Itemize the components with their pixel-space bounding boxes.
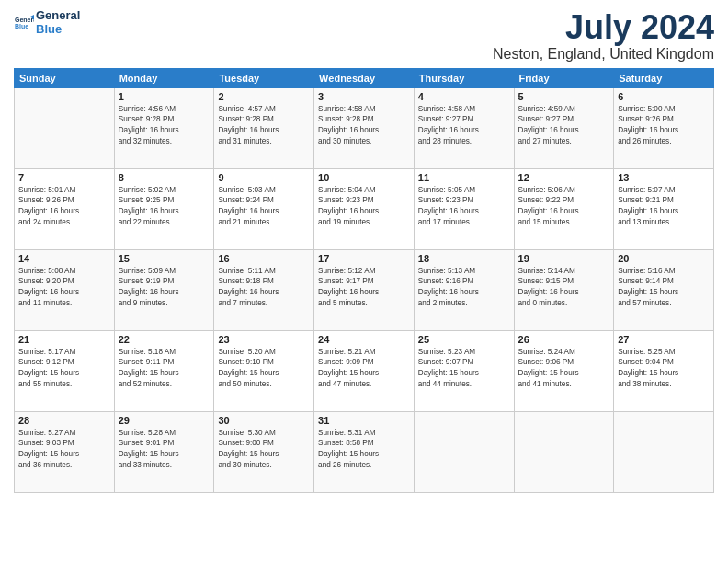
day-info: Sunrise: 5:01 AM Sunset: 9:26 PM Dayligh… [18, 185, 110, 229]
day-info: Sunrise: 5:16 AM Sunset: 9:14 PM Dayligh… [618, 266, 710, 310]
day-info: Sunrise: 5:05 AM Sunset: 9:23 PM Dayligh… [418, 185, 510, 229]
day-number: 14 [18, 253, 110, 264]
calendar-cell: 18Sunrise: 5:13 AM Sunset: 9:16 PM Dayli… [414, 249, 514, 330]
calendar-cell: 17Sunrise: 5:12 AM Sunset: 9:17 PM Dayli… [314, 249, 415, 330]
day-info: Sunrise: 5:08 AM Sunset: 9:20 PM Dayligh… [18, 266, 110, 310]
logo-text-general: General [36, 9, 80, 23]
calendar-cell: 11Sunrise: 5:05 AM Sunset: 9:23 PM Dayli… [414, 168, 514, 249]
calendar-cell: 30Sunrise: 5:30 AM Sunset: 9:00 PM Dayli… [214, 411, 314, 492]
day-number: 21 [18, 334, 110, 345]
day-number: 10 [318, 172, 410, 183]
calendar-cell: 6Sunrise: 5:00 AM Sunset: 9:26 PM Daylig… [614, 87, 714, 168]
day-info: Sunrise: 5:18 AM Sunset: 9:11 PM Dayligh… [119, 347, 210, 391]
calendar-cell: 2Sunrise: 4:57 AM Sunset: 9:28 PM Daylig… [214, 87, 314, 168]
day-info: Sunrise: 5:21 AM Sunset: 9:09 PM Dayligh… [318, 347, 410, 391]
title-block: July 2024 Neston, England, United Kingdo… [493, 9, 714, 63]
calendar-cell: 12Sunrise: 5:06 AM Sunset: 9:22 PM Dayli… [514, 168, 614, 249]
calendar-cell: 10Sunrise: 5:04 AM Sunset: 9:23 PM Dayli… [314, 168, 415, 249]
calendar-cell: 26Sunrise: 5:24 AM Sunset: 9:06 PM Dayli… [514, 330, 614, 411]
day-number: 5 [518, 91, 610, 102]
day-number: 20 [618, 253, 710, 264]
calendar-cell: 3Sunrise: 4:58 AM Sunset: 9:28 PM Daylig… [314, 87, 415, 168]
calendar-cell: 16Sunrise: 5:11 AM Sunset: 9:18 PM Dayli… [214, 249, 314, 330]
calendar-week-5: 28Sunrise: 5:27 AM Sunset: 9:03 PM Dayli… [15, 411, 714, 492]
calendar-cell: 8Sunrise: 5:02 AM Sunset: 9:25 PM Daylig… [114, 168, 214, 249]
day-number: 15 [119, 253, 210, 264]
calendar-table: SundayMondayTuesdayWednesdayThursdayFrid… [14, 68, 714, 493]
calendar-cell: 15Sunrise: 5:09 AM Sunset: 9:19 PM Dayli… [114, 249, 214, 330]
day-number: 7 [18, 172, 110, 183]
calendar-week-4: 21Sunrise: 5:17 AM Sunset: 9:12 PM Dayli… [15, 330, 714, 411]
day-info: Sunrise: 5:11 AM Sunset: 9:18 PM Dayligh… [218, 266, 310, 310]
calendar-cell: 29Sunrise: 5:28 AM Sunset: 9:01 PM Dayli… [114, 411, 214, 492]
day-info: Sunrise: 5:30 AM Sunset: 9:00 PM Dayligh… [218, 428, 310, 472]
calendar-cell: 4Sunrise: 4:58 AM Sunset: 9:27 PM Daylig… [414, 87, 514, 168]
calendar-cell [514, 411, 614, 492]
calendar-week-2: 7Sunrise: 5:01 AM Sunset: 9:26 PM Daylig… [15, 168, 714, 249]
calendar-cell: 28Sunrise: 5:27 AM Sunset: 9:03 PM Dayli… [15, 411, 115, 492]
day-number: 31 [318, 415, 410, 426]
day-info: Sunrise: 5:02 AM Sunset: 9:25 PM Dayligh… [119, 185, 210, 229]
day-number: 22 [119, 334, 210, 345]
calendar-header-row: SundayMondayTuesdayWednesdayThursdayFrid… [15, 68, 714, 87]
day-info: Sunrise: 4:56 AM Sunset: 9:28 PM Dayligh… [119, 104, 210, 148]
day-info: Sunrise: 5:28 AM Sunset: 9:01 PM Dayligh… [119, 428, 210, 472]
day-number: 4 [418, 91, 510, 102]
day-number: 26 [518, 334, 610, 345]
day-number: 18 [418, 253, 510, 264]
day-info: Sunrise: 5:24 AM Sunset: 9:06 PM Dayligh… [518, 347, 610, 391]
col-header-monday: Monday [114, 68, 214, 87]
calendar-cell: 22Sunrise: 5:18 AM Sunset: 9:11 PM Dayli… [114, 330, 214, 411]
month-year-title: July 2024 [493, 9, 714, 46]
calendar-cell: 9Sunrise: 5:03 AM Sunset: 9:24 PM Daylig… [214, 168, 314, 249]
logo-text-blue: Blue [36, 23, 80, 37]
col-header-thursday: Thursday [414, 68, 514, 87]
day-number: 27 [618, 334, 710, 345]
calendar-cell: 13Sunrise: 5:07 AM Sunset: 9:21 PM Dayli… [614, 168, 714, 249]
day-info: Sunrise: 5:12 AM Sunset: 9:17 PM Dayligh… [318, 266, 410, 310]
day-number: 28 [18, 415, 110, 426]
day-info: Sunrise: 5:23 AM Sunset: 9:07 PM Dayligh… [418, 347, 510, 391]
day-info: Sunrise: 5:13 AM Sunset: 9:16 PM Dayligh… [418, 266, 510, 310]
day-info: Sunrise: 5:04 AM Sunset: 9:23 PM Dayligh… [318, 185, 410, 229]
calendar-cell: 27Sunrise: 5:25 AM Sunset: 9:04 PM Dayli… [614, 330, 714, 411]
day-number: 13 [618, 172, 710, 183]
day-info: Sunrise: 5:00 AM Sunset: 9:26 PM Dayligh… [618, 104, 710, 148]
day-info: Sunrise: 5:03 AM Sunset: 9:24 PM Dayligh… [218, 185, 310, 229]
calendar-cell [414, 411, 514, 492]
calendar-cell [614, 411, 714, 492]
day-number: 1 [119, 91, 210, 102]
calendar-cell: 7Sunrise: 5:01 AM Sunset: 9:26 PM Daylig… [15, 168, 115, 249]
logo: General Blue General Blue [14, 9, 80, 37]
svg-text:General: General [15, 17, 34, 23]
col-header-sunday: Sunday [15, 68, 115, 87]
day-info: Sunrise: 4:58 AM Sunset: 9:28 PM Dayligh… [318, 104, 410, 148]
location-subtitle: Neston, England, United Kingdom [493, 46, 714, 63]
calendar-cell: 14Sunrise: 5:08 AM Sunset: 9:20 PM Dayli… [15, 249, 115, 330]
day-info: Sunrise: 4:58 AM Sunset: 9:27 PM Dayligh… [418, 104, 510, 148]
day-number: 17 [318, 253, 410, 264]
calendar-cell: 5Sunrise: 4:59 AM Sunset: 9:27 PM Daylig… [514, 87, 614, 168]
calendar-cell: 24Sunrise: 5:21 AM Sunset: 9:09 PM Dayli… [314, 330, 415, 411]
day-info: Sunrise: 5:31 AM Sunset: 8:58 PM Dayligh… [318, 428, 410, 472]
calendar-cell: 1Sunrise: 4:56 AM Sunset: 9:28 PM Daylig… [114, 87, 214, 168]
calendar-week-3: 14Sunrise: 5:08 AM Sunset: 9:20 PM Dayli… [15, 249, 714, 330]
calendar-cell: 25Sunrise: 5:23 AM Sunset: 9:07 PM Dayli… [414, 330, 514, 411]
day-number: 29 [119, 415, 210, 426]
day-info: Sunrise: 5:25 AM Sunset: 9:04 PM Dayligh… [618, 347, 710, 391]
calendar-cell: 19Sunrise: 5:14 AM Sunset: 9:15 PM Dayli… [514, 249, 614, 330]
day-number: 25 [418, 334, 510, 345]
day-number: 9 [218, 172, 310, 183]
calendar-week-1: 1Sunrise: 4:56 AM Sunset: 9:28 PM Daylig… [15, 87, 714, 168]
day-number: 8 [119, 172, 210, 183]
day-info: Sunrise: 5:06 AM Sunset: 9:22 PM Dayligh… [518, 185, 610, 229]
day-info: Sunrise: 5:17 AM Sunset: 9:12 PM Dayligh… [18, 347, 110, 391]
day-number: 11 [418, 172, 510, 183]
day-info: Sunrise: 5:09 AM Sunset: 9:19 PM Dayligh… [119, 266, 210, 310]
day-number: 6 [618, 91, 710, 102]
day-info: Sunrise: 5:20 AM Sunset: 9:10 PM Dayligh… [218, 347, 310, 391]
svg-text:Blue: Blue [15, 23, 28, 29]
day-number: 2 [218, 91, 310, 102]
col-header-saturday: Saturday [614, 68, 714, 87]
calendar-cell: 31Sunrise: 5:31 AM Sunset: 8:58 PM Dayli… [314, 411, 415, 492]
